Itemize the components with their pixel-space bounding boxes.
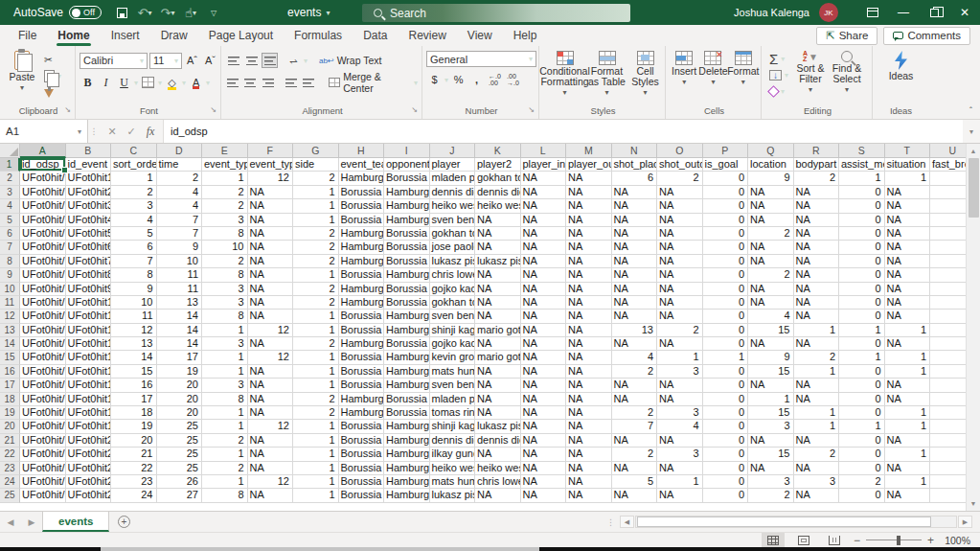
cell-J5[interactable]: sven bender [430,214,476,227]
cell-U24[interactable] [930,475,966,489]
cell-O7[interactable]: NA [657,241,703,254]
cell-D25[interactable]: 27 [157,489,203,502]
cell-O9[interactable]: NA [657,268,703,282]
cell-R5[interactable]: NA [794,214,840,227]
cell-M9[interactable]: NA [566,268,612,282]
cell-O14[interactable]: NA [657,337,703,351]
cell-K5[interactable]: NA [475,214,521,227]
cell-N21[interactable]: NA [612,434,658,448]
cell-C3[interactable]: 2 [111,186,157,199]
cell-P4[interactable]: 0 [703,199,749,213]
cell-D13[interactable]: 14 [157,324,203,337]
cell-T7[interactable]: NA [885,241,931,254]
cell-P16[interactable]: 0 [703,365,749,379]
cell-M22[interactable]: NA [566,448,612,461]
cell-I23[interactable]: Hamburg SV [384,462,430,475]
cell-S7[interactable]: 0 [839,241,885,254]
row-header-14[interactable]: 14 [0,337,20,351]
cell-R3[interactable]: NA [794,186,840,199]
comments-button[interactable]: Comments [883,27,970,45]
cell-D8[interactable]: 10 [157,255,203,268]
cell-G5[interactable]: 1 [293,214,339,227]
align-left-button[interactable] [225,75,240,90]
column-header-S[interactable]: S [839,144,885,158]
cell-H8[interactable]: Hamburg SV [339,255,385,268]
cell-U25[interactable] [930,489,966,502]
cell-S11[interactable]: 0 [839,296,885,310]
cell-I11[interactable]: Borussia Dortmund [384,296,430,310]
cell-C19[interactable]: 18 [111,406,157,420]
cell-H9[interactable]: Borussia Dortmund [339,268,385,282]
cell-T14[interactable]: NA [885,337,931,351]
cell-B12[interactable]: UFot0hit11 [66,310,112,323]
cell-A25[interactable]: UFot0hit/ [20,489,66,502]
cell-A23[interactable]: UFot0hit/ [20,462,66,475]
cell-R18[interactable]: NA [794,393,840,406]
cell-H24[interactable]: Borussia Dortmund [339,475,385,489]
cell-J1[interactable]: player [430,158,476,172]
cell-P14[interactable]: 0 [703,337,749,351]
cell-E21[interactable]: 2 [202,434,248,448]
cell-O17[interactable]: NA [657,379,703,392]
cell-U21[interactable] [930,434,966,448]
cell-C7[interactable]: 6 [111,241,157,254]
cell-F17[interactable]: NA [248,379,294,392]
cell-U4[interactable] [930,199,966,213]
cell-G12[interactable]: 1 [293,310,339,323]
cell-E23[interactable]: 2 [202,462,248,475]
cell-K24[interactable]: chris lowe [475,475,521,489]
tab-formulas[interactable]: Formulas [284,25,353,46]
cell-N15[interactable]: 4 [612,351,658,364]
cell-B14[interactable]: UFot0hit13 [66,337,112,351]
cell-H23[interactable]: Borussia Dortmund [339,462,385,475]
cell-L24[interactable]: NA [521,475,567,489]
cell-G14[interactable]: 2 [293,337,339,351]
percent-style-button[interactable]: % [450,72,467,87]
confirm-entry-button[interactable]: ✓ [123,126,140,138]
cell-E13[interactable]: 1 [202,324,248,337]
row-header-20[interactable]: 20 [0,420,20,433]
cell-B19[interactable]: UFot0hit18 [66,406,112,420]
cell-H1[interactable]: event_team [339,158,385,172]
column-header-K[interactable]: K [475,144,521,158]
row-header-6[interactable]: 6 [0,227,20,241]
cell-J8[interactable]: lukasz piszczek [430,255,476,268]
cell-P20[interactable]: 0 [703,420,749,433]
cell-Q15[interactable]: 9 [748,351,794,364]
insert-cells-button[interactable]: Insert ▾ [670,49,698,86]
cell-L7[interactable]: NA [521,241,567,254]
cell-A15[interactable]: UFot0hit/ [20,351,66,364]
column-header-T[interactable]: T [885,144,931,158]
cell-H25[interactable]: Borussia Dortmund [339,489,385,502]
scroll-right-arrow[interactable]: ▶ [958,516,972,528]
cell-G18[interactable]: 2 [293,393,339,406]
cell-K22[interactable]: NA [475,448,521,461]
cell-Q10[interactable]: NA [748,283,794,296]
cell-S20[interactable]: 1 [839,420,885,433]
cell-B18[interactable]: UFot0hit17 [66,393,112,406]
cell-U1[interactable]: fast_break [930,158,966,172]
cell-Q4[interactable]: NA [748,199,794,213]
cell-C10[interactable]: 9 [111,283,157,296]
cell-T17[interactable]: NA [885,379,931,392]
cell-E20[interactable]: 1 [202,420,248,433]
cell-O10[interactable]: NA [657,283,703,296]
clear-button[interactable]: ▾ [767,84,790,99]
cell-B23[interactable]: UFot0hit22 [66,462,112,475]
cell-F2[interactable]: 12 [248,172,294,185]
cell-N9[interactable]: NA [612,268,658,282]
cell-O13[interactable]: 2 [657,324,703,337]
cell-F3[interactable]: NA [248,186,294,199]
cell-M4[interactable]: NA [566,199,612,213]
cell-P17[interactable]: 0 [703,379,749,392]
cell-I7[interactable]: Borussia Dortmund [384,241,430,254]
cell-J15[interactable]: kevin grosskreutz [430,351,476,364]
cell-J10[interactable]: gojko kacar [430,283,476,296]
cell-J18[interactable]: mladen petric [430,393,476,406]
cell-N25[interactable]: NA [612,489,658,502]
row-header-12[interactable]: 12 [0,310,20,323]
cell-O23[interactable]: NA [657,462,703,475]
cell-F4[interactable]: NA [248,199,294,213]
cell-I14[interactable]: Borussia Dortmund [384,337,430,351]
cell-T4[interactable]: NA [885,199,931,213]
